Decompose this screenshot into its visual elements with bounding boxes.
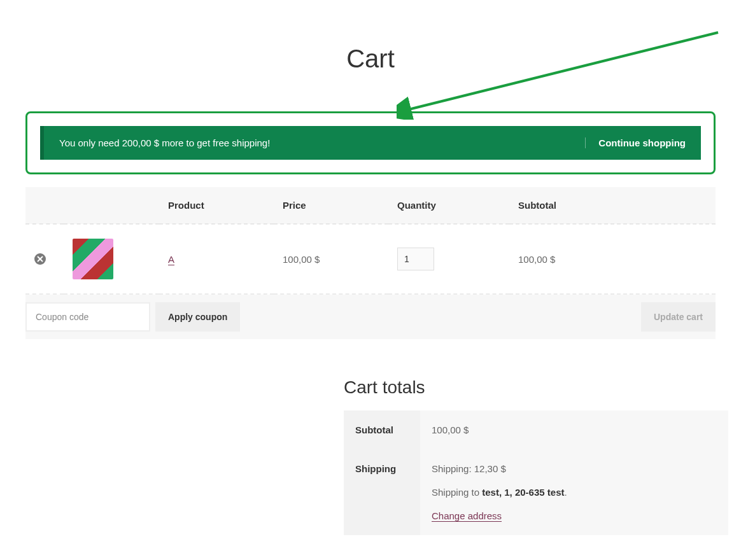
subtotal-value: 100,00 $ [420,410,728,449]
col-price: Price [274,187,388,224]
cart-table: Product Price Quantity Subtotal [25,187,716,339]
coupon-code-input[interactable] [25,302,150,332]
subtotal-label: Subtotal [344,410,420,449]
close-icon [37,256,43,262]
remove-item-button[interactable] [34,253,46,265]
cart-actions-row: Apply coupon Update cart [25,295,716,339]
cart-totals-table: Subtotal 100,00 $ Shipping Shipping: 12,… [344,410,728,535]
col-subtotal: Subtotal [509,187,716,224]
cart-totals-section: Cart totals Subtotal 100,00 $ Shipping S… [344,377,728,535]
col-thumbnail [64,187,159,224]
update-cart-button[interactable]: Update cart [641,302,716,332]
apply-coupon-button[interactable]: Apply coupon [155,302,240,332]
continue-shopping-link[interactable]: Continue shopping [585,137,686,148]
col-product: Product [159,187,274,224]
col-remove [25,187,64,224]
shipping-cost: Shipping: 12,30 $ [432,463,717,474]
quantity-input[interactable] [397,248,434,270]
change-address-link[interactable]: Change address [432,510,502,522]
product-thumbnail[interactable] [73,239,113,279]
page-title: Cart [25,45,716,73]
cart-totals-title: Cart totals [344,377,728,398]
free-shipping-notice: You only need 200,00 $ more to get free … [40,126,701,160]
annotation-arrow-icon [397,31,728,120]
shipping-label: Shipping [344,449,420,535]
notice-text: You only need 200,00 $ more to get free … [59,137,270,148]
col-quantity: Quantity [388,187,509,224]
shipping-destination: Shipping to test, 1, 20-635 test. [432,487,717,498]
item-price: 100,00 $ [274,224,388,294]
product-link[interactable]: A [168,254,174,265]
notice-highlight-box: You only need 200,00 $ more to get free … [25,111,716,174]
table-row: A 100,00 $ 100,00 $ [25,224,716,294]
item-subtotal: 100,00 $ [509,224,716,294]
